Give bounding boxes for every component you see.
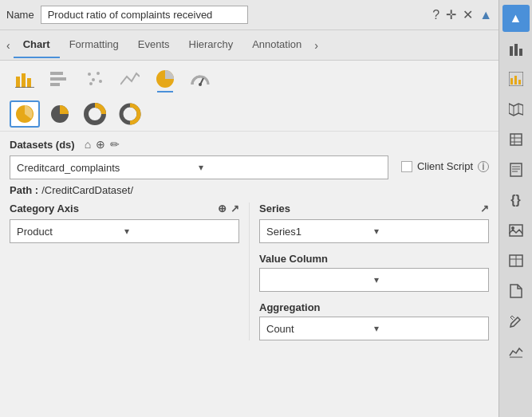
svg-rect-24 [514,76,517,85]
path-row: Path : /CreditCardDataset/ [10,184,388,196]
tab-arrow-left[interactable]: ‹ [3,39,14,52]
category-axis-col: Category Axis ⊕ ↗ Product ▾ [0,203,250,340]
datasets-home-icon[interactable]: ⌂ [85,138,91,151]
svg-rect-19 [510,46,513,56]
sidebar-report-icon[interactable] [502,156,530,183]
move-icon[interactable]: ✛ [446,7,456,22]
path-value: /CreditCardDataset/ [41,184,133,196]
datasets-add-icon[interactable]: ⊕ [96,138,105,151]
tab-annotation[interactable]: Annotation [242,32,311,58]
sidebar-map-icon[interactable] [502,96,530,123]
pin-icon[interactable]: ▲ [479,8,492,22]
value-column-label: Value Column [259,253,489,265]
category-axis-value: Product [17,226,124,238]
svg-point-9 [97,72,100,75]
category-axis-dropdown-arrow: ▾ [124,226,232,237]
full-pie-btn[interactable] [10,100,40,128]
svg-rect-5 [50,77,66,81]
sidebar-chart2-icon[interactable] [502,338,530,365]
help-icon[interactable]: ? [432,8,439,22]
aggregation-select[interactable]: Count ▾ [259,317,489,340]
sidebar-data-icon[interactable] [502,126,530,153]
gauge-chart-btn[interactable] [185,65,215,92]
client-script-row: Client Script i [401,160,489,172]
datasets-edit-icon[interactable]: ✏ [110,138,120,151]
right-sidebar: ▲ [499,0,532,417]
svg-rect-33 [510,163,522,176]
aggregation-value: Count [266,323,374,335]
path-label: Path : [10,184,38,196]
aggregation-section: Aggregation Count ▾ [259,301,489,340]
sidebar-image-icon[interactable] [502,217,530,244]
series-send-icon[interactable]: ↗ [480,203,489,214]
svg-marker-26 [509,104,523,116]
sidebar-bar-chart-icon[interactable] [502,35,530,62]
svg-rect-6 [50,83,60,86]
value-column-section: Value Column ▾ [259,253,489,292]
aggregation-dropdown-arrow: ▾ [374,323,482,334]
sidebar-braces-icon[interactable]: {} [502,187,530,214]
datasets-dropdown-arrow: ▾ [199,162,380,173]
svg-point-10 [99,80,102,83]
svg-rect-2 [27,78,31,88]
line-chart-btn[interactable] [115,65,145,92]
value-column-select[interactable]: ▾ [259,268,489,292]
client-script-checkbox[interactable] [401,161,412,172]
sidebar-analytics-icon[interactable] [502,65,530,92]
tab-events[interactable]: Events [128,32,179,58]
sidebar-table-icon[interactable] [502,247,530,274]
header-icons: ? ✛ ✕ ▲ [432,7,492,22]
svg-rect-4 [50,72,63,75]
pie-variant2-btn[interactable] [45,100,75,128]
datasets-header: Datasets (ds) ⌂ ⊕ ✏ [10,138,388,151]
bar-chart-btn[interactable] [10,65,40,92]
series-select[interactable]: Series1 ▾ [259,219,489,243]
svg-rect-21 [519,49,522,56]
hbar-chart-btn[interactable] [45,65,75,92]
svg-rect-1 [22,73,26,88]
svg-point-14 [199,83,202,86]
datasets-select[interactable]: Creditcard_complaints ▾ [10,155,388,179]
category-axis-send-icon[interactable]: ↗ [231,203,239,214]
category-axis-select[interactable]: Product ▾ [10,219,239,243]
sidebar-link-icon[interactable] [502,308,530,335]
aggregation-label: Aggregation [259,301,489,313]
name-label: Name [6,9,34,21]
tabs-bar: ‹ Chart Formatting Events Hierarchy Anno… [0,30,499,61]
client-script-label: Client Script [417,160,473,172]
client-script-info-icon[interactable]: i [478,161,489,172]
datasets-selected-value: Creditcard_complaints [17,162,199,174]
series-label: Series [259,203,290,214]
donut-variant-btn[interactable] [115,100,145,128]
svg-rect-23 [510,78,513,85]
header-bar: Name ? ✛ ✕ ▲ [0,0,499,30]
svg-rect-25 [518,80,521,85]
tab-arrow-right[interactable]: › [311,39,321,52]
category-axis-network-icon[interactable]: ⊕ [218,203,227,214]
sidebar-pin-icon[interactable]: ▲ [502,5,530,32]
series-dropdown-arrow: ▾ [374,226,482,237]
datasets-title: Datasets (ds) [10,139,75,151]
category-axis-label: Category Axis [10,203,79,214]
series-col: Series ↗ Series1 ▾ Value Column ▾ Aggreg… [250,203,499,340]
svg-point-7 [88,73,91,76]
svg-point-8 [92,78,95,81]
two-col-section: Category Axis ⊕ ↗ Product ▾ Series ↗ [0,196,499,347]
chart-type-row2 [0,97,499,132]
tab-formatting[interactable]: Formatting [60,32,128,58]
title-input[interactable] [41,6,248,24]
datasets-action-icons: ⌂ ⊕ ✏ [85,138,120,151]
value-column-dropdown-arrow: ▾ [374,274,482,285]
scatter-chart-btn[interactable] [80,65,110,92]
svg-rect-0 [16,77,20,88]
close-icon[interactable]: ✕ [463,7,473,22]
chart-type-row1 [0,61,499,97]
series-value: Series1 [266,226,374,238]
svg-rect-20 [514,44,518,56]
donut-chart-btn[interactable] [80,100,110,128]
tab-hierarchy[interactable]: Hierarchy [179,32,243,58]
svg-point-11 [89,82,93,85]
sidebar-file-icon[interactable] [502,277,530,305]
pie-chart-btn[interactable] [150,65,180,92]
tab-chart[interactable]: Chart [14,32,60,58]
